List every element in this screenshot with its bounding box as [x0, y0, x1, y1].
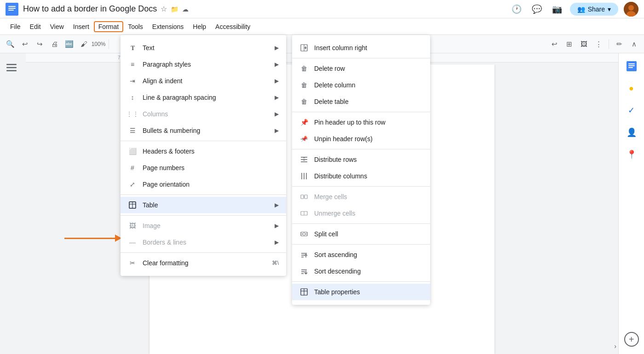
insert-image-toolbar-icon[interactable]: 🖼 [577, 38, 590, 51]
text-icon: 𝐓 [128, 43, 137, 52]
sidebar-docs-icon[interactable] [622, 57, 641, 75]
bullets-icon: ☰ [128, 126, 137, 135]
table-delete-row-item[interactable]: 🗑 Delete row [292, 60, 430, 77]
svg-rect-12 [628, 65, 635, 66]
table-merge-cells-item: Merge cells [292, 188, 430, 205]
menu-item-help[interactable]: Help [188, 21, 211, 32]
search-toolbar-icon[interactable]: 🔍 [4, 38, 17, 51]
table-submenu-section-5: Merge cells Unmerge cells [292, 187, 430, 224]
menu-item-format[interactable]: Format [94, 21, 123, 32]
undo2-icon[interactable]: ↩ [548, 38, 561, 51]
svg-line-39 [302, 234, 303, 234]
format-borders-item: — Borders & lines ▶ [121, 234, 286, 251]
format-page-orientation-item[interactable]: ⤢ Page orientation [121, 176, 286, 193]
title-action-icons: ☆ 📁 ☁ [161, 5, 189, 13]
table-insert-col-right-item[interactable]: Insert column right [292, 40, 430, 56]
table-unpin-header-item[interactable]: 📌 Unpin header row(s) [292, 131, 430, 147]
text-submenu-arrow: ▶ [275, 45, 279, 51]
toolbar-separator-1 [109, 40, 109, 49]
sort-desc-icon [299, 267, 309, 276]
edit-pen-icon[interactable]: ✏ [613, 38, 626, 51]
format-paragraph-styles-item[interactable]: ≡ Paragraph styles ▶ [121, 56, 286, 73]
table-sort-desc-item[interactable]: Sort descending [292, 263, 430, 280]
format-align-indent-item[interactable]: ⇥ Align & indent ▶ [121, 73, 286, 89]
table-distribute-cols-item[interactable]: Distribute columns [292, 168, 430, 184]
redo-icon[interactable]: ↪ [33, 38, 46, 51]
svg-rect-11 [628, 63, 635, 64]
sidebar-maps-icon[interactable]: 📍 [622, 145, 641, 164]
sort-desc-label: Sort descending [314, 268, 361, 275]
share-chevron-icon: ▾ [608, 6, 611, 13]
sidebar-tasks-icon[interactable]: ✓ [622, 101, 641, 120]
spell-check-icon[interactable]: 🔤 [63, 38, 75, 51]
menu-item-view[interactable]: View [46, 21, 69, 32]
table-properties-item[interactable]: Table properties [292, 284, 430, 300]
table-submenu-arrow: ▶ [275, 202, 279, 208]
table-delete-table-item[interactable]: 🗑 Delete table [292, 93, 430, 110]
history-icon[interactable]: 🕐 [509, 2, 524, 17]
comment-icon[interactable]: 💬 [529, 2, 544, 17]
delete-col-icon: 🗑 [299, 80, 309, 90]
table-sort-asc-item[interactable]: Sort ascending [292, 246, 430, 263]
share-label: Share [588, 6, 605, 13]
format-line-spacing-item[interactable]: ↕ Line & paragraph spacing ▶ [121, 89, 286, 106]
menu-item-accessibility[interactable]: Accessibility [211, 21, 255, 32]
table-delete-col-item[interactable]: 🗑 Delete column [292, 77, 430, 93]
table-submenu-section-7: Sort ascending Sort descending [292, 245, 430, 282]
format-clear-formatting-item[interactable]: ✂ Clear formatting ⌘\ [121, 255, 286, 271]
format-page-numbers-item[interactable]: # Page numbers [121, 160, 286, 176]
cloud-icon[interactable]: ☁ [182, 6, 189, 13]
svg-rect-13 [628, 67, 633, 68]
collapse-icon[interactable]: ∧ [627, 38, 640, 51]
svg-rect-2 [8, 8, 16, 9]
video-call-icon[interactable]: 📷 [550, 2, 564, 17]
user-avatar[interactable] [624, 2, 638, 17]
merge-cells-icon [299, 192, 309, 201]
table-split-cell-item[interactable]: Split cell [292, 226, 430, 242]
columns-submenu-arrow: ▶ [275, 111, 279, 117]
more-icon[interactable]: ⋮ [592, 38, 605, 51]
zoom-icon[interactable]: 100% [92, 38, 105, 51]
paint-format-icon[interactable]: 🖌 [77, 38, 90, 51]
table-distribute-rows-item[interactable]: Distribute rows [292, 151, 430, 168]
star-icon[interactable]: ☆ [161, 5, 167, 13]
sidebar-calendar-icon[interactable]: ● [622, 79, 641, 97]
collapse-sidebar-icon[interactable]: › [614, 342, 616, 350]
svg-rect-31 [301, 195, 304, 199]
unpin-header-label: Unpin header row(s) [314, 135, 373, 143]
image-icon: 🖼 [128, 221, 137, 230]
nav-icon[interactable] [6, 63, 17, 74]
table-menu-icon [128, 200, 137, 210]
menu-item-insert[interactable]: Insert [69, 21, 94, 32]
svg-rect-9 [6, 70, 17, 72]
undo-icon[interactable]: ↩ [18, 38, 31, 51]
format-menu-section-5: ✂ Clear formatting ⌘\ [121, 253, 286, 273]
align-indent-label: Align & indent [143, 77, 182, 85]
paragraph-styles-label: Paragraph styles [143, 61, 191, 68]
menu-item-tools[interactable]: Tools [123, 21, 148, 32]
format-bullets-item[interactable]: ☰ Bullets & numbering ▶ [121, 122, 286, 139]
menu-item-file[interactable]: File [6, 21, 25, 32]
format-text-item[interactable]: 𝐓 Text ▶ [121, 40, 286, 56]
delete-row-icon: 🗑 [299, 64, 309, 73]
share-button[interactable]: 👥 Share ▾ [570, 3, 618, 16]
sidebar-add-btn[interactable]: + [624, 332, 639, 347]
format-headers-footers-item[interactable]: ⬜ Headers & footers [121, 143, 286, 160]
insert-col-right-icon [299, 43, 309, 52]
insert-table-icon[interactable]: ⊞ [563, 38, 575, 51]
sidebar-contacts-icon[interactable]: 👤 [622, 123, 641, 142]
arrow-to-table [64, 234, 124, 243]
distribute-rows-label: Distribute rows [314, 156, 357, 163]
format-table-item[interactable]: Table ▶ [121, 197, 286, 213]
share-people-icon: 👥 [577, 6, 585, 13]
svg-rect-3 [8, 10, 14, 11]
distribute-cols-label: Distribute columns [314, 172, 367, 180]
menu-item-extensions[interactable]: Extensions [148, 21, 188, 32]
folder-icon[interactable]: 📁 [171, 6, 178, 13]
borders-label: Borders & lines [143, 239, 186, 246]
table-pin-header-item[interactable]: 📌 Pin header up to this row [292, 114, 430, 131]
print-icon[interactable]: 🖨 [48, 38, 61, 51]
table-label: Table [143, 201, 158, 209]
menu-item-edit[interactable]: Edit [25, 21, 46, 32]
paragraph-icon: ≡ [128, 60, 137, 69]
